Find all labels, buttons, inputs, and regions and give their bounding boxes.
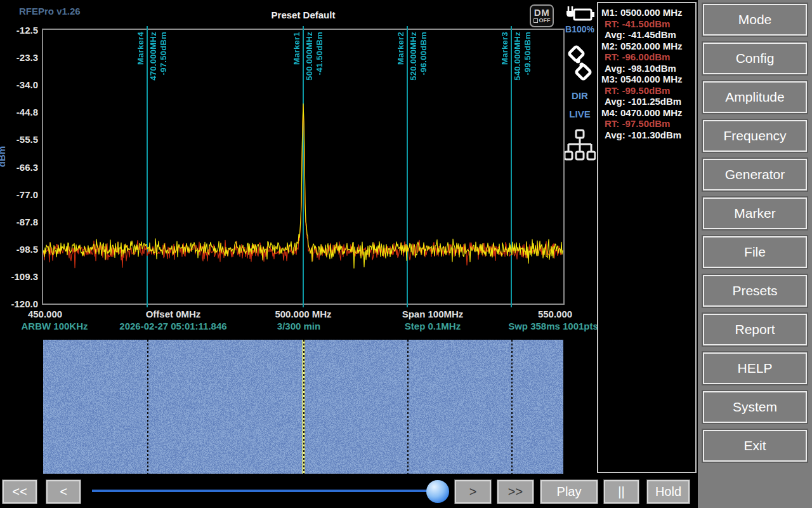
marker-freq-label: 540.000MHz: [513, 32, 522, 81]
y-tick: -12.5: [0, 25, 38, 36]
menu-button-exit[interactable]: Exit: [703, 430, 807, 462]
x-axis-span: Span 100MHz: [402, 309, 464, 319]
dir-status-label: DIR: [561, 90, 599, 101]
marker-freq-label: 500.000MHz: [304, 32, 314, 81]
marker-readout-rt: RT: -96.00dBm: [601, 51, 695, 63]
y-tick: -66.3: [0, 162, 38, 173]
y-tick: -87.8: [0, 217, 38, 227]
pause-button[interactable]: ||: [604, 480, 639, 504]
marker-readout-title: M4: 0470.000 MHz: [601, 107, 695, 119]
app-title: RFEPro v1.26: [19, 6, 81, 17]
step-back-button[interactable]: <: [46, 480, 81, 504]
y-tick: -109.3: [0, 271, 38, 282]
y-tick: -120.0: [0, 298, 38, 309]
y-tick: -77.0: [0, 189, 38, 200]
menu-button-marker[interactable]: Marker: [703, 197, 807, 229]
x-axis-center-freq: 500.000 MHz: [275, 309, 331, 319]
marker-readout-rt: RT: -99.50dBm: [601, 85, 695, 97]
battery-plug-icon: [565, 5, 595, 23]
marker-dbm-label: -96.00dBm: [419, 32, 428, 75]
menu-button-generator[interactable]: Generator: [703, 159, 807, 190]
menu-button-mode[interactable]: Mode: [703, 4, 807, 36]
y-tick: -55.5: [0, 134, 38, 145]
marker-name-label: Marker1: [292, 32, 301, 65]
marker-freq-label: 470.000MHz: [148, 32, 158, 81]
x-axis-offset: Offset 0MHz: [146, 309, 201, 319]
marker-dbm-label: -97.50dBm: [159, 32, 168, 75]
marker-name-label: Marker4: [136, 32, 145, 65]
status-elapsed: 3/300 min: [277, 321, 320, 331]
step-forward-button[interactable]: >: [455, 480, 491, 504]
network-tree-icon[interactable]: [564, 129, 596, 163]
waterfall-display[interactable]: [43, 340, 563, 474]
spectrum-plot: Marker1 500.000MHz -41.50dBm Marker2 520…: [42, 29, 565, 305]
dm-label: DM: [534, 8, 549, 17]
y-tick: -98.5: [0, 244, 38, 255]
x-axis-stop-freq: 550.000: [538, 309, 572, 319]
marker-name-label: Marker3: [500, 32, 509, 65]
hold-button[interactable]: Hold: [647, 480, 690, 504]
link-broken-icon: [566, 43, 594, 83]
marker-dbm-label: -41.50dBm: [315, 32, 324, 75]
status-sweep: Swp 358ms 1001pts: [508, 321, 598, 331]
marker-freq-label: 520.000MHz: [409, 32, 418, 81]
menu-button-amplitude[interactable]: Amplitude: [703, 81, 807, 113]
marker-readout-avg: Avg: -98.10dBm: [601, 63, 695, 74]
marker-readout-avg: Avg: -101.30dBm: [601, 130, 695, 141]
marker-dbm-label: -99.50dBm: [523, 32, 532, 75]
status-rbw: ARBW 100KHz: [21, 321, 88, 331]
app-window: RFEPro v1.26 Preset Default DM OFF B100%…: [0, 0, 812, 508]
marker-readout-avg: Avg: -41.45dBm: [601, 29, 695, 41]
y-tick: -44.8: [0, 107, 38, 117]
menu-button-config[interactable]: Config: [703, 43, 807, 74]
dm-checkbox-icon: [534, 18, 538, 23]
y-tick: -34.0: [0, 79, 38, 90]
rewind-button[interactable]: <<: [3, 480, 37, 504]
x-axis-start-freq: 450.000: [28, 309, 62, 319]
timeline-slider-track[interactable]: [92, 490, 438, 492]
marker-readout-avg: Avg: -101.25dBm: [601, 96, 695, 107]
marker-readout-title: M2: 0520.000 MHz: [601, 41, 695, 52]
fast-forward-button[interactable]: >>: [497, 480, 534, 504]
marker-readout-panel: M1: 0500.000 MHz RT: -41.50dBm Avg: -41.…: [597, 2, 697, 473]
dm-state-label: OFF: [539, 17, 551, 23]
status-step: Step 0.1MHz: [405, 321, 461, 331]
preset-title: Preset Default: [272, 10, 336, 20]
spectrum-trace-canvas[interactable]: [43, 30, 563, 304]
marker-readout-title: M3: 0540.000 MHz: [601, 74, 695, 85]
menu-button-help[interactable]: HELP: [703, 352, 807, 384]
menu-button-frequency[interactable]: Frequency: [703, 120, 807, 152]
marker-name-label: Marker2: [396, 32, 405, 65]
live-status-label: LIVE: [561, 109, 599, 119]
menu-button-presets[interactable]: Presets: [703, 275, 807, 307]
menu-button-report[interactable]: Report: [703, 314, 807, 345]
y-tick: -23.3: [0, 52, 38, 63]
menu-sidebar: Mode Config Amplitude Frequency Generato…: [698, 0, 812, 508]
status-timestamp: 2026-02-27 05:01:11.846: [119, 321, 226, 331]
battery-level-label: B100%: [561, 24, 599, 34]
timeline-slider-thumb[interactable]: [426, 480, 449, 503]
dm-toggle-button[interactable]: DM OFF: [530, 4, 554, 27]
marker-readout-title: M1: 0500.000 MHz: [601, 7, 695, 18]
menu-button-system[interactable]: System: [703, 391, 807, 423]
marker-readout-rt: RT: -97.50dBm: [601, 118, 695, 130]
play-button[interactable]: Play: [540, 480, 598, 504]
menu-button-file[interactable]: File: [703, 236, 807, 268]
marker-readout-rt: RT: -41.50dBm: [601, 18, 695, 30]
